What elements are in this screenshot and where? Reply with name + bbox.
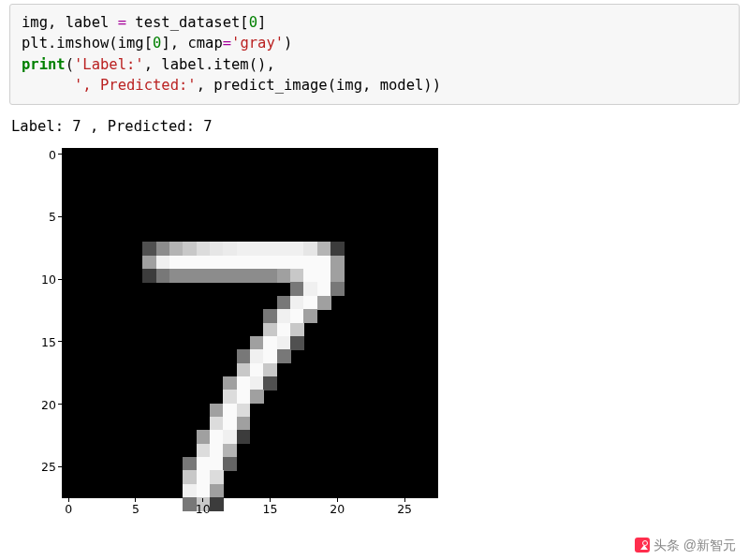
- y-tick-label: 15: [28, 334, 56, 348]
- pixel: [223, 417, 237, 431]
- pixel: [330, 282, 345, 296]
- x-tick-label: 15: [263, 502, 278, 516]
- pixel: [263, 323, 277, 337]
- pixel: [197, 484, 211, 498]
- mnist-plot: 05101520250510152025: [13, 140, 453, 529]
- pixel: [237, 404, 251, 418]
- x-tick-label: 5: [132, 502, 140, 516]
- x-tick-mark: [202, 498, 203, 502]
- x-tick-label: 25: [397, 502, 412, 516]
- pixel: [156, 242, 170, 256]
- pixel: [210, 242, 224, 256]
- y-tick-mark: [58, 279, 62, 280]
- y-tick-label: 25: [28, 460, 56, 474]
- pixel: [277, 349, 291, 363]
- pixel: [277, 242, 291, 256]
- pixel: [197, 269, 211, 283]
- pixel: [237, 242, 251, 256]
- pixel: [263, 256, 277, 270]
- code-cell: img, label = test_dataset[0] plt.imshow(…: [9, 4, 740, 105]
- pixel: [169, 269, 184, 283]
- x-tick-label: 0: [65, 502, 72, 516]
- x-tick-mark: [68, 498, 69, 502]
- pixel: [330, 269, 345, 283]
- pixel: [303, 282, 317, 296]
- pixel: [223, 390, 237, 404]
- pixel: [210, 470, 224, 484]
- pixel: [237, 390, 251, 404]
- y-tick-mark: [58, 404, 62, 405]
- heatmap-image: [62, 148, 438, 498]
- watermark: 头条 @新智元: [635, 538, 736, 554]
- pixel: [183, 256, 197, 270]
- pixel: [223, 444, 237, 458]
- pixel: [263, 376, 277, 391]
- pixel: [142, 242, 156, 256]
- pixel: [210, 444, 224, 458]
- pixel: [263, 336, 277, 350]
- x-tick-mark: [270, 498, 271, 502]
- y-tick-label: 10: [28, 273, 56, 287]
- pixel: [277, 309, 291, 323]
- y-tick-mark: [58, 466, 62, 467]
- pixel: [197, 444, 211, 458]
- pixel: [250, 349, 264, 363]
- pixel: [197, 470, 211, 484]
- pixel: [210, 497, 224, 511]
- y-tick-label: 5: [28, 210, 56, 224]
- pixel: [223, 242, 237, 256]
- x-tick-mark: [404, 498, 405, 502]
- pixel: [197, 256, 211, 270]
- pixel: [263, 242, 277, 256]
- pixel: [156, 269, 170, 283]
- pixel: [263, 269, 277, 283]
- pixel: [290, 269, 304, 283]
- pixel: [290, 296, 304, 310]
- pixel: [330, 256, 345, 270]
- toutiao-icon: [635, 538, 650, 553]
- y-tick-label: 20: [28, 397, 56, 411]
- pixel: [223, 256, 237, 270]
- pixel: [317, 256, 331, 270]
- pixel: [317, 269, 331, 283]
- pixel: [237, 256, 251, 270]
- pixel: [210, 484, 224, 498]
- pixel: [169, 256, 184, 270]
- pixel: [156, 256, 170, 270]
- pixel: [223, 269, 237, 283]
- pixel: [303, 256, 317, 270]
- x-tick-mark: [135, 498, 136, 502]
- pixel: [197, 457, 211, 471]
- y-tick-mark: [58, 154, 62, 155]
- pixel: [250, 269, 264, 283]
- pixel: [263, 349, 277, 363]
- pixel: [250, 242, 264, 256]
- pixel: [183, 457, 197, 471]
- pixel: [210, 417, 224, 431]
- x-tick-label: 10: [196, 502, 211, 516]
- pixel: [290, 309, 304, 323]
- pixel: [330, 242, 345, 256]
- pixel: [290, 336, 304, 350]
- pixel: [290, 323, 304, 337]
- pixel: [237, 376, 251, 391]
- pixel: [197, 242, 211, 256]
- pixel: [169, 242, 184, 256]
- pixel: [183, 242, 197, 256]
- stdout-output: Label: 7 , Predicted: 7: [11, 118, 738, 135]
- pixel: [210, 457, 224, 471]
- pixel: [290, 282, 304, 296]
- pixel: [210, 430, 224, 444]
- pixel: [223, 430, 237, 444]
- pixel: [250, 336, 264, 350]
- pixel: [303, 242, 317, 256]
- pixel: [303, 269, 317, 283]
- pixel: [277, 296, 291, 310]
- pixel: [237, 349, 251, 363]
- pixel: [277, 269, 291, 283]
- pixel: [183, 269, 197, 283]
- x-tick-mark: [337, 498, 338, 502]
- pixel: [317, 282, 331, 296]
- pixel: [303, 309, 317, 323]
- pixel: [277, 336, 291, 350]
